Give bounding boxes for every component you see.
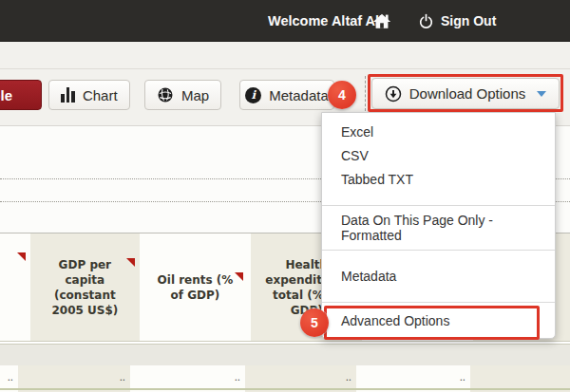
annotation-step-number: 5 xyxy=(311,315,318,330)
red-corner-marker-icon xyxy=(126,258,135,267)
red-corner-marker-icon xyxy=(235,272,243,281)
table-cell: .. xyxy=(245,365,356,388)
table-cell xyxy=(470,365,570,388)
toolbar-dashed-separator xyxy=(365,76,366,111)
map-view-button[interactable]: Map xyxy=(144,80,221,110)
table-cell: .. xyxy=(0,365,18,388)
chart-view-label: Chart xyxy=(83,87,118,103)
home-icon[interactable] xyxy=(371,10,392,31)
menu-item-label: Data On This Page Only - Formatted xyxy=(341,213,555,243)
menu-item-csv[interactable]: CSV xyxy=(322,143,555,167)
info-icon: i xyxy=(245,87,261,103)
sign-out-label: Sign Out xyxy=(441,13,496,28)
bar-chart-icon xyxy=(61,87,75,103)
column-header-label: GDP per capita (constant 2005 US$) xyxy=(46,257,124,318)
sign-out-button[interactable]: Sign Out xyxy=(418,0,496,42)
annotation-step-badge: 4 xyxy=(328,81,356,109)
databank-screen: Welcome Altaf Ali Sign Out Table Chart xyxy=(0,0,570,392)
column-header-label: Oil rents (% of GDP) xyxy=(155,272,237,303)
annotation-rect-advanced-options xyxy=(324,306,540,340)
menu-item-label: Excel xyxy=(341,124,373,140)
table-subheader-band xyxy=(0,345,570,365)
table-view-button[interactable]: Table xyxy=(0,80,42,110)
table-cell: .. xyxy=(356,365,470,388)
menu-item-label: Tabbed TXT xyxy=(341,172,413,187)
menu-item-tabbed-txt[interactable]: Tabbed TXT xyxy=(322,167,555,192)
annotation-step-badge: 5 xyxy=(300,308,329,337)
toolbar-top-divider xyxy=(0,68,570,69)
menu-item-excel[interactable]: Excel xyxy=(322,120,555,143)
welcome-user-label: Welcome Altaf Ali xyxy=(268,0,383,42)
red-corner-marker-icon xyxy=(17,252,26,261)
column-header-cutoff[interactable] xyxy=(0,233,30,341)
annotation-step-number: 4 xyxy=(338,87,346,103)
menu-item-label: CSV xyxy=(341,148,369,163)
power-icon xyxy=(418,13,434,29)
menu-item-data-on-this-page[interactable]: Data On This Page Only - Formatted xyxy=(322,206,555,250)
chart-view-button[interactable]: Chart xyxy=(48,80,130,110)
column-header-gdp-per-capita[interactable]: GDP per capita (constant 2005 US$) xyxy=(30,233,140,341)
annotation-rect-download-options xyxy=(368,74,563,112)
globe-icon xyxy=(157,86,174,103)
table-cell: .. xyxy=(130,365,245,388)
menu-item-label: Metadata xyxy=(341,269,396,284)
top-navigation-bar: Welcome Altaf Ali Sign Out xyxy=(0,0,570,42)
map-view-label: Map xyxy=(181,87,209,103)
menu-item-metadata[interactable]: Metadata xyxy=(322,251,555,302)
column-header-oil-rents[interactable]: Oil rents (% of GDP) xyxy=(140,233,252,341)
metadata-view-label: Metadata xyxy=(269,87,329,103)
table-cell: .. xyxy=(18,365,130,388)
metadata-view-button[interactable]: i Metadata xyxy=(239,80,334,110)
table-row: .. .. .. .. .. xyxy=(0,365,570,388)
table-view-label: Table xyxy=(0,87,12,103)
